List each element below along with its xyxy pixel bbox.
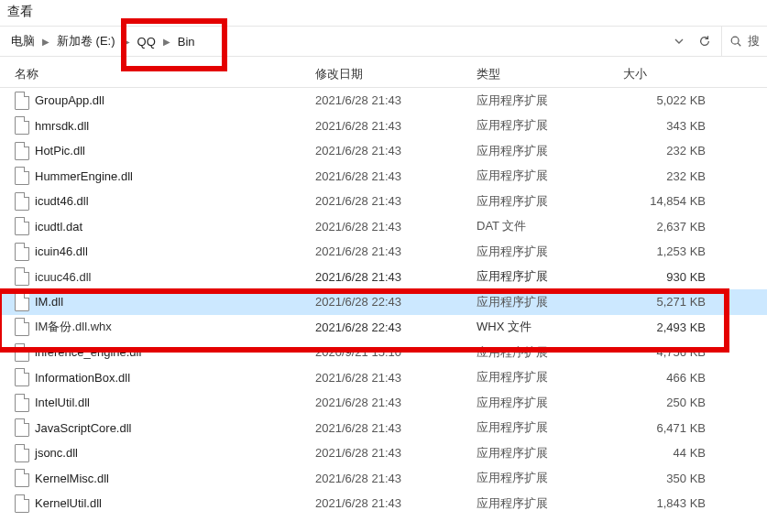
file-row[interactable]: icuuc46.dll2021/6/28 21:43应用程序扩展930 KB — [0, 265, 767, 290]
file-size: 232 KB — [623, 144, 711, 157]
file-size: 14,854 KB — [623, 194, 711, 208]
chevron-right-icon: ▶ — [161, 37, 172, 47]
file-type: 应用程序扩展 — [477, 495, 623, 512]
file-row[interactable]: HotPic.dll2021/6/28 21:43应用程序扩展232 KB — [0, 138, 767, 164]
file-date: 2021/6/28 21:43 — [315, 446, 477, 460]
file-date: 2021/6/28 21:43 — [315, 194, 477, 208]
column-header-type[interactable]: 类型 — [477, 66, 623, 82]
file-row[interactable]: hmrsdk.dll2021/6/28 21:43应用程序扩展343 KB — [0, 114, 767, 139]
svg-point-0 — [731, 37, 739, 44]
file-row[interactable]: IM.dll2021/6/28 22:43应用程序扩展5,271 KB — [0, 289, 767, 315]
file-name-cell: icudtl.dat — [15, 217, 315, 235]
file-name: IM备份.dll.whx — [35, 319, 112, 335]
file-icon — [15, 217, 29, 235]
file-icon — [15, 267, 29, 286]
file-size: 232 KB — [623, 169, 711, 183]
file-type: 应用程序扩展 — [477, 193, 623, 210]
file-date: 2021/6/28 21:43 — [315, 169, 477, 183]
file-name: KernelUtil.dll — [35, 496, 102, 510]
file-name: IM.dll — [35, 295, 63, 309]
file-size: 1,253 KB — [623, 244, 711, 258]
refresh-button[interactable] — [696, 32, 714, 50]
file-row[interactable]: inference_engine.dll2020/9/21 15:10应用程序扩… — [0, 340, 767, 365]
file-icon — [15, 243, 29, 261]
file-icon — [15, 318, 29, 336]
file-name: GroupApp.dll — [35, 93, 104, 107]
file-size: 2,637 KB — [623, 220, 711, 233]
file-name-cell: inference_engine.dll — [15, 343, 315, 362]
file-name-cell: icudt46.dll — [15, 192, 315, 211]
file-row[interactable]: IntelUtil.dll2021/6/28 21:43应用程序扩展250 KB — [0, 390, 767, 416]
file-name: HummerEngine.dll — [35, 169, 133, 183]
file-size: 350 KB — [623, 472, 711, 485]
file-type: 应用程序扩展 — [477, 344, 623, 361]
file-icon — [15, 293, 29, 311]
history-dropdown-button[interactable] — [670, 32, 688, 50]
file-name-cell: IM备份.dll.whx — [15, 318, 315, 336]
search-icon — [729, 35, 742, 48]
svg-line-1 — [738, 43, 740, 46]
file-name-cell: InformationBox.dll — [15, 368, 315, 386]
file-type: WHX 文件 — [477, 319, 623, 335]
file-type: 应用程序扩展 — [477, 419, 623, 436]
file-date: 2021/6/28 21:43 — [315, 119, 477, 133]
file-date: 2020/9/21 15:10 — [315, 345, 477, 359]
search-box[interactable]: 搜 — [721, 27, 767, 56]
file-row[interactable]: JavaScriptCore.dll2021/6/28 21:43应用程序扩展6… — [0, 416, 767, 441]
file-row[interactable]: jsonc.dll2021/6/28 21:43应用程序扩展44 KB — [0, 440, 767, 466]
file-size: 44 KB — [623, 446, 711, 460]
file-icon — [15, 167, 29, 185]
file-name: jsonc.dll — [35, 446, 78, 460]
file-name: icuin46.dll — [35, 244, 88, 258]
file-name: InformationBox.dll — [35, 371, 130, 385]
breadcrumb-seg-qq[interactable]: QQ — [132, 31, 161, 52]
file-name-cell: IM.dll — [15, 293, 315, 311]
column-headers: 名称 修改日期 类型 大小 — [0, 60, 767, 88]
file-size: 5,022 KB — [623, 93, 711, 107]
file-type: DAT 文件 — [477, 218, 623, 234]
file-icon — [15, 394, 29, 412]
file-row[interactable]: icudtl.dat2021/6/28 21:43DAT 文件2,637 KB — [0, 214, 767, 240]
file-type: 应用程序扩展 — [477, 117, 623, 134]
file-date: 2021/6/28 21:43 — [315, 144, 477, 157]
breadcrumb-seg-bin[interactable]: Bin — [172, 31, 201, 52]
file-name: HotPic.dll — [35, 144, 85, 157]
menu-view[interactable]: 查看 — [7, 4, 33, 18]
menu-bar: 查看 — [0, 0, 767, 26]
file-row[interactable]: HummerEngine.dll2021/6/28 21:43应用程序扩展232… — [0, 164, 767, 190]
column-header-date[interactable]: 修改日期 — [315, 66, 477, 82]
file-row[interactable]: IM备份.dll.whx2021/6/28 22:43WHX 文件2,493 K… — [0, 315, 767, 341]
file-row[interactable]: GroupApp.dll2021/6/28 21:43应用程序扩展5,022 K… — [0, 88, 767, 114]
file-icon — [15, 494, 29, 513]
file-date: 2021/6/28 21:43 — [315, 270, 477, 284]
file-date: 2021/6/28 22:43 — [315, 320, 477, 334]
file-size: 2,493 KB — [623, 320, 711, 334]
file-icon — [15, 444, 29, 462]
file-icon — [15, 142, 29, 160]
file-name: icudt46.dll — [35, 194, 89, 208]
file-icon — [15, 418, 29, 437]
file-row[interactable]: InformationBox.dll2021/6/28 21:43应用程序扩展4… — [0, 365, 767, 391]
column-header-size[interactable]: 大小 — [623, 66, 711, 82]
column-header-name[interactable]: 名称 — [15, 66, 315, 82]
file-name-cell: HotPic.dll — [15, 142, 315, 160]
file-name: hmrsdk.dll — [35, 119, 89, 133]
file-row[interactable]: icudt46.dll2021/6/28 21:43应用程序扩展14,854 K… — [0, 189, 767, 214]
file-name-cell: jsonc.dll — [15, 444, 315, 462]
file-row[interactable]: KernelMisc.dll2021/6/28 21:43应用程序扩展350 K… — [0, 466, 767, 492]
breadcrumb-seg-drive[interactable]: 新加卷 (E:) — [51, 29, 121, 53]
file-size: 343 KB — [623, 119, 711, 133]
breadcrumb-seg-computer[interactable]: 电脑 — [5, 29, 40, 53]
file-type: 应用程序扩展 — [477, 268, 623, 285]
file-name-cell: HummerEngine.dll — [15, 167, 315, 185]
file-name-cell: icuin46.dll — [15, 243, 315, 261]
file-name: icuuc46.dll — [35, 270, 91, 284]
file-name: IntelUtil.dll — [35, 396, 90, 409]
file-name-cell: KernelUtil.dll — [15, 494, 315, 513]
file-icon — [15, 92, 29, 110]
file-name-cell: hmrsdk.dll — [15, 116, 315, 135]
file-name-cell: IntelUtil.dll — [15, 394, 315, 412]
file-row[interactable]: KernelUtil.dll2021/6/28 21:43应用程序扩展1,843… — [0, 491, 767, 516]
address-bar: 电脑 ▶ 新加卷 (E:) ▶ QQ ▶ Bin 搜 — [0, 26, 767, 57]
file-row[interactable]: icuin46.dll2021/6/28 21:43应用程序扩展1,253 KB — [0, 239, 767, 265]
